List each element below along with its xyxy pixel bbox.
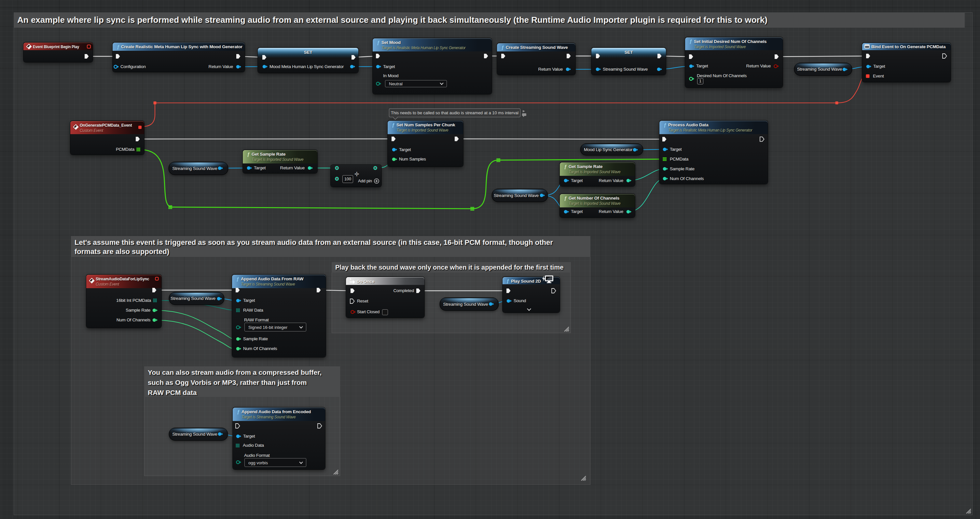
svg-text:1: 1	[350, 277, 351, 281]
